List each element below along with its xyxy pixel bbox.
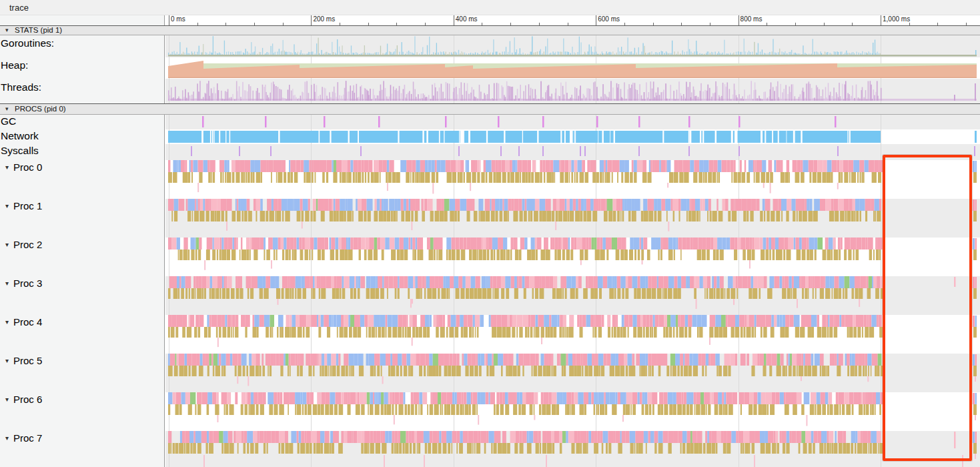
row-label-syscalls: Syscalls bbox=[1, 145, 39, 157]
proc-label: Proc 0 bbox=[13, 161, 42, 173]
proc-row-header: ▾Proc 2 bbox=[5, 239, 42, 250]
proc-row-header: ▾Proc 6 bbox=[5, 394, 42, 405]
proc-3-track-canvas[interactable] bbox=[165, 276, 980, 315]
chevron-down-icon[interactable]: ▾ bbox=[5, 202, 9, 209]
chevron-down-icon[interactable]: ▾ bbox=[5, 434, 9, 442]
syscalls-track-canvas[interactable] bbox=[165, 144, 980, 160]
proc-label: Proc 4 bbox=[13, 316, 42, 328]
proc-6-track-canvas[interactable] bbox=[165, 392, 980, 431]
timeline-ruler[interactable]: 0 ms200 ms400 ms600 ms800 ms1,000 ms bbox=[165, 15, 980, 25]
chevron-down-icon[interactable]: ▾ bbox=[5, 280, 9, 287]
row-label-network: Network bbox=[1, 130, 39, 142]
row-label-heap: Heap: bbox=[1, 59, 28, 71]
ruler-major-tick bbox=[596, 15, 596, 25]
ruler-tick-label: 1,000 ms bbox=[883, 15, 910, 23]
ruler-tick-label: 600 ms bbox=[598, 15, 620, 23]
ruler-tick-label: 0 ms bbox=[171, 15, 185, 23]
proc-1-track-canvas[interactable] bbox=[165, 199, 980, 238]
proc-label: Proc 5 bbox=[13, 355, 42, 366]
row-label-threads: Threads: bbox=[1, 81, 41, 93]
ruler-tick-label: 400 ms bbox=[456, 15, 478, 23]
proc-label: Proc 6 bbox=[13, 394, 42, 405]
proc-row-header: ▾Proc 3 bbox=[5, 278, 42, 289]
proc-row-header: ▾Proc 7 bbox=[5, 432, 42, 444]
network-track-canvas[interactable] bbox=[165, 129, 980, 144]
ruler-major-tick bbox=[881, 15, 881, 25]
gc-track-canvas[interactable] bbox=[165, 115, 980, 129]
proc-label: Proc 1 bbox=[13, 200, 42, 211]
proc-row-header: ▾Proc 4 bbox=[5, 316, 42, 328]
sidebar-divider[interactable] bbox=[164, 15, 165, 467]
ruler-tick-label: 800 ms bbox=[741, 15, 763, 23]
chevron-down-icon[interactable]: ▾ bbox=[5, 318, 9, 326]
chevron-down-icon[interactable]: ▾ bbox=[5, 357, 9, 364]
ruler-major-tick bbox=[311, 15, 312, 25]
section-header-label: STATS (pid 1) bbox=[15, 26, 62, 34]
goroutines-track-canvas[interactable] bbox=[165, 35, 980, 57]
chevron-down-icon[interactable]: ▾ bbox=[5, 241, 9, 248]
proc-label: Proc 7 bbox=[13, 432, 42, 444]
proc-row-header: ▾Proc 0 bbox=[5, 161, 42, 173]
page-title: trace bbox=[9, 3, 29, 13]
section-header-procs[interactable]: ▾ PROCS (pid 0) bbox=[0, 103, 980, 115]
section-header-stats[interactable]: ▾ STATS (pid 1) bbox=[0, 25, 980, 35]
proc-7-track-canvas[interactable] bbox=[165, 431, 980, 467]
proc-label: Proc 2 bbox=[13, 239, 42, 250]
heap-track-canvas[interactable] bbox=[165, 57, 980, 79]
ruler-major-tick bbox=[454, 15, 454, 25]
chevron-down-icon[interactable]: ▾ bbox=[5, 27, 9, 33]
title-bar: trace bbox=[0, 0, 980, 15]
proc-5-track-canvas[interactable] bbox=[165, 354, 980, 392]
chevron-down-icon[interactable]: ▾ bbox=[5, 163, 9, 171]
chevron-down-icon[interactable]: ▾ bbox=[5, 396, 9, 403]
selection-rectangle[interactable] bbox=[883, 155, 972, 461]
proc-0-track-canvas[interactable] bbox=[165, 160, 980, 199]
ruler-tick-label: 200 ms bbox=[313, 15, 335, 23]
section-header-label: PROCS (pid 0) bbox=[15, 105, 66, 113]
threads-track-canvas[interactable] bbox=[165, 79, 980, 103]
ruler-major-tick bbox=[169, 15, 169, 25]
proc-row-header: ▾Proc 5 bbox=[5, 355, 42, 366]
proc-row-header: ▾Proc 1 bbox=[5, 200, 42, 211]
proc-4-track-canvas[interactable] bbox=[165, 315, 980, 354]
chevron-down-icon[interactable]: ▾ bbox=[5, 105, 9, 112]
proc-label: Proc 3 bbox=[13, 278, 42, 289]
row-label-goroutines: Goroutines: bbox=[1, 37, 54, 49]
row-label-gc: GC bbox=[1, 115, 16, 127]
proc-2-track-canvas[interactable] bbox=[165, 238, 980, 276]
ruler-major-tick bbox=[739, 15, 739, 25]
